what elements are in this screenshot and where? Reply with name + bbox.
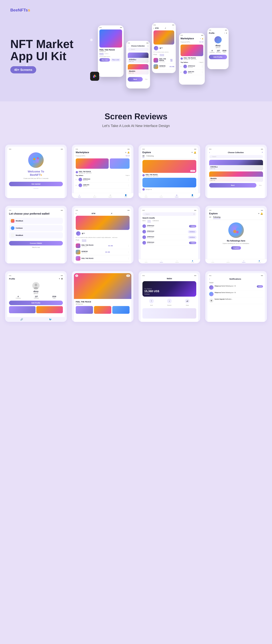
collection-item-2[interactable]: Meebits ERC-721 [128,64,148,74]
brand-logo[interactable]: BeeNFTss [10,8,262,12]
choose-back-icon[interactable]: ‹ [209,151,210,154]
search-bar[interactable]: ⌕ Search [128,48,148,51]
ef-nav-search[interactable]: ⌕Search [226,260,230,263]
search-input-bar[interactable]: ⌕ Search ⊟ [142,212,196,216]
search-tab-collections[interactable]: Collections [152,220,159,222]
get-started-btn[interactable]: Get started [9,182,63,186]
unfollow-btn-2[interactable]: Unfollow [188,230,196,233]
hero-badge[interactable]: 40+ Screens [10,66,36,74]
search-tab-items[interactable]: Items [142,220,146,222]
btm-screen-back[interactable]: ‹ [76,212,76,215]
ef-nav-home[interactable]: ⌂Home [212,260,214,263]
wallet-option-1[interactable]: MetaMask [9,218,63,224]
bell-icon[interactable]: 🔔 [202,38,203,39]
btm-back-icon[interactable]: ‹ [154,27,154,29]
seller2-menu[interactable]: ⋮ [201,71,203,74]
explore-card-2-menu[interactable]: ⋮ [194,188,196,190]
profile-settings-icon[interactable]: ⚙ [226,32,227,34]
posts-tab[interactable]: Posts [154,54,157,56]
profile-twitter-icon[interactable]: 🐦 [49,318,52,321]
details-tab[interactable]: Details [100,53,104,55]
explore-btn[interactable]: Explore [231,246,241,250]
nav-search[interactable]: ⌕Search [93,194,96,198]
profile-screen-gear[interactable]: ⚙ [61,278,63,280]
btm-screen-share[interactable]: ↗ [111,212,112,215]
wallet-receive[interactable]: ↓ Receive [167,299,172,306]
ef-tab-all[interactable]: All [209,216,211,219]
notif-back-icon[interactable]: ‹ [209,278,210,280]
explore-following-bell[interactable]: 🔔 [260,212,263,215]
connect-wallet-btn[interactable]: Connect Wallet [9,241,63,246]
activity-tab[interactable]: Activity [160,54,164,56]
btm-posts-tab[interactable]: Posts [76,239,79,241]
marketplace-bell-icon[interactable]: 🔔 [127,151,130,154]
seller1-menu[interactable]: ⋮ [201,65,203,68]
marketplace-add-icon[interactable]: + [125,151,126,154]
btm-item3-menu[interactable]: ⋮ [128,257,130,260]
search-nav-home[interactable]: ⌂Home [145,260,148,263]
ef-tab-following[interactable]: Following [213,216,220,219]
btm-menu-icon[interactable]: ⋮ [172,27,174,29]
explore-nav-search[interactable]: ⌕Search [160,194,163,198]
search-nav-search[interactable]: ⌕Search [160,260,163,263]
place-bid-btn[interactable]: Place a bid [111,58,120,62]
next-btn[interactable]: Next [128,77,143,82]
btm-share-icon[interactable]: ↗ [164,27,166,29]
wallet-send[interactable]: ↑ Send [149,299,154,306]
explore-add-icon[interactable]: + [192,151,193,154]
explore-nav-home[interactable]: ⌂Home [145,194,147,198]
btm-item1-menu[interactable]: ⋮ [128,244,130,247]
notif1-follow-btn[interactable]: Follow [257,285,263,288]
choose-next-btn[interactable]: Next [209,183,256,188]
explore-bell-icon[interactable]: 🔔 [194,151,196,154]
search-tab-users[interactable]: Users [147,220,151,222]
btm-screen-menu[interactable]: ⋮ [128,212,130,215]
explore-card-menu[interactable]: ⋮ [194,174,196,176]
wallet-option-2[interactable]: Coinbase [9,225,63,231]
collection-item-1[interactable]: G'EVOLs ERC-721 [128,52,148,63]
tab-all[interactable]: All [142,155,144,158]
follow-btn-1[interactable]: Follow [189,225,196,228]
add-btn[interactable]: + [200,38,201,39]
wallet-option-3[interactable]: MetaMask [9,232,63,238]
ef-nav-explore[interactable]: ◎Explore [242,260,246,263]
add-icon[interactable]: + [148,45,148,47]
skip-label[interactable]: Skip [144,78,148,80]
see-all-link[interactable]: See all [199,41,203,44]
skip-now-text[interactable]: Skip for now [9,246,63,248]
wallet-swap[interactable]: ⇄ Swap [185,299,190,306]
back-icon[interactable]: ‹ [128,45,128,47]
explore-following-add[interactable]: + [258,212,260,215]
nft-view-back[interactable]: ‹ [75,274,78,277]
explore-nav-profile[interactable]: 👤Profiles [190,194,194,198]
profile-screen-add[interactable]: + [59,278,60,280]
follow-btn-4[interactable]: Follow [189,242,196,244]
btm-activity-tab[interactable]: Activity [82,239,86,241]
search-nav-profile[interactable]: 👤Profile [191,260,194,263]
choose-collection-2[interactable]: Meebits ERC-721 [209,172,263,182]
seller1-menu-sm[interactable]: ⋮ [128,178,130,181]
see-all-btn[interactable]: See all [126,155,130,158]
nav-explore[interactable]: ◎Explore [108,194,112,198]
seller2-menu-sm[interactable]: ⋮ [128,184,130,187]
days-selector[interactable]: 7 days ▾ [125,175,130,176]
nav-home[interactable]: ⌂Home [78,194,81,198]
nft-view-more[interactable]: ⋮ [126,274,130,277]
filter-icon[interactable]: ⊟ [194,213,195,215]
edit-profile-screen-btn[interactable]: Edit Profile [9,300,63,305]
btm-item2-menu[interactable]: ⋮ [128,251,130,253]
ef-nav-profile[interactable]: 👤Profile [258,260,261,263]
days-filter[interactable]: 7 days ▾ [199,62,203,63]
choose-add-icon[interactable]: + [262,151,263,154]
choose-skip-label[interactable]: Skip [258,184,263,186]
buy-now-btn[interactable]: Buy now [100,58,110,62]
unfollow-btn-3[interactable]: Unfollow [188,236,196,239]
profile-add-icon[interactable]: + [224,32,225,34]
nav-profile[interactable]: 👤Profile [124,194,127,198]
explore-nav-explore[interactable]: ◎Explore [175,194,178,198]
tab-following[interactable]: Following [146,155,154,158]
profile-action-icon-1[interactable]: 🔗 [20,318,23,321]
gallery-tab[interactable]: Gallery [104,53,108,55]
edit-profile-btn[interactable]: Edit Profile [209,55,227,59]
choose-search-bar[interactable]: ⌕ Search [209,155,263,158]
